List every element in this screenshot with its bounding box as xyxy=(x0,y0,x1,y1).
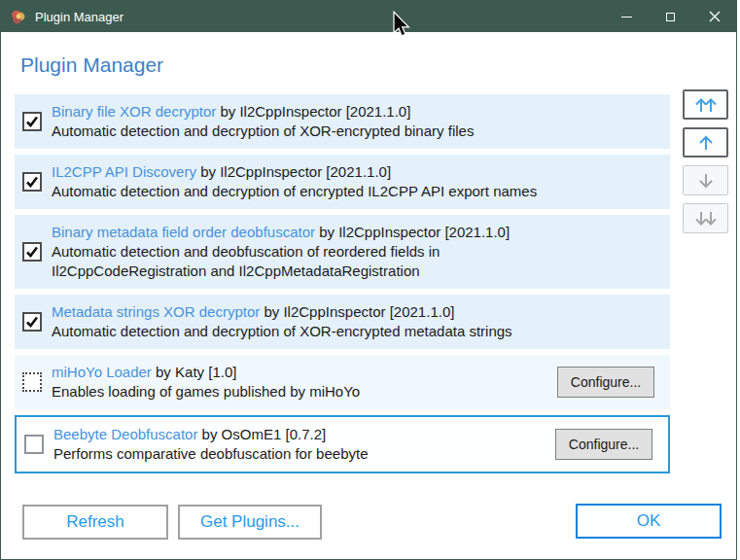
plugin-name-link[interactable]: Metadata strings XOR decryptor xyxy=(52,303,260,320)
plugin-byline: by OsOmE1 [0.7.2] xyxy=(202,426,327,442)
plugin-row[interactable]: IL2CPP API Discovery by Il2CppInspector … xyxy=(15,155,670,209)
plugin-list: Binary file XOR decryptor by Il2CppInspe… xyxy=(15,94,670,473)
close-icon xyxy=(709,11,721,22)
plugin-row[interactable]: Binary metadata field order deobfuscator… xyxy=(15,215,670,289)
app-icon xyxy=(10,9,26,25)
move-down-icon xyxy=(695,171,717,191)
configure-button[interactable]: Configure... xyxy=(555,429,652,460)
plugin-description: Automatic detection and decryption of en… xyxy=(52,182,537,201)
checkmark-icon xyxy=(25,315,39,329)
plugin-description: Performs comparative deobfuscation for b… xyxy=(53,444,369,464)
move-to-bottom-button[interactable] xyxy=(683,203,728,233)
plugin-enabled-checkbox[interactable] xyxy=(22,172,42,192)
plugin-row[interactable]: Beebyte Deobfuscator by OsOmE1 [0.7.2] P… xyxy=(15,415,670,473)
refresh-button[interactable]: Refresh xyxy=(22,505,168,540)
get-plugins-button[interactable]: Get Plugins... xyxy=(178,505,322,540)
window-title: Plugin Manager xyxy=(35,10,605,24)
plugin-byline: by Il2CppInspector [2021.1.0] xyxy=(264,303,454,320)
plugin-enabled-checkbox[interactable] xyxy=(24,435,44,454)
plugin-name-link[interactable]: miHoYo Loader xyxy=(52,364,152,380)
plugin-byline: by Katy [1.0] xyxy=(156,364,236,380)
maximize-button[interactable] xyxy=(649,1,692,32)
minimize-button[interactable] xyxy=(605,1,649,32)
plugin-name-link[interactable]: Binary metadata field order deobfuscator xyxy=(52,224,315,240)
maximize-icon xyxy=(666,13,675,21)
move-up-icon xyxy=(695,133,717,153)
plugin-description: Enables loading of games published by mi… xyxy=(52,382,360,402)
ok-button[interactable]: OK xyxy=(576,504,722,539)
titlebar: Plugin Manager xyxy=(1,1,736,32)
plugin-byline: by Il2CppInspector [2021.1.0] xyxy=(200,163,391,180)
page-title: Plugin Manager xyxy=(20,53,163,77)
move-down-button[interactable] xyxy=(683,165,728,195)
plugin-byline: by Il2CppInspector [2021.1.0] xyxy=(220,103,410,120)
plugin-row[interactable]: Binary file XOR decryptor by Il2CppInspe… xyxy=(15,94,670,149)
move-to-bottom-icon xyxy=(692,209,720,228)
plugin-description: Automatic detection and decryption of XO… xyxy=(52,122,474,141)
plugin-name-link[interactable]: Binary file XOR decryptor xyxy=(52,103,216,120)
checkmark-icon xyxy=(25,245,39,259)
plugin-description: Automatic detection and decryption of XO… xyxy=(52,322,512,341)
plugin-name-link[interactable]: IL2CPP API Discovery xyxy=(52,163,196,180)
plugin-enabled-checkbox[interactable] xyxy=(22,242,42,262)
close-button[interactable] xyxy=(692,1,736,32)
plugin-row[interactable]: miHoYo Loader by Katy [1.0] Enables load… xyxy=(15,355,670,409)
move-to-top-icon xyxy=(692,95,720,115)
plugin-enabled-checkbox[interactable] xyxy=(22,112,42,131)
plugin-byline: by Il2CppInspector [2021.1.0] xyxy=(319,224,510,240)
plugin-manager-window: Plugin Manager Plugin Manager xyxy=(0,0,737,560)
plugin-row[interactable]: Metadata strings XOR decryptor by Il2Cpp… xyxy=(15,295,670,349)
plugin-name-link[interactable]: Beebyte Deobfuscator xyxy=(53,426,197,442)
reorder-buttons xyxy=(683,89,728,233)
plugin-enabled-checkbox[interactable] xyxy=(22,372,42,392)
checkmark-icon xyxy=(25,175,39,189)
move-up-button[interactable] xyxy=(683,127,728,158)
move-to-top-button[interactable] xyxy=(683,89,728,120)
configure-button[interactable]: Configure... xyxy=(557,367,654,398)
plugin-enabled-checkbox[interactable] xyxy=(22,312,42,332)
minimize-icon xyxy=(621,17,632,18)
checkmark-icon xyxy=(25,115,39,128)
plugin-description: Automatic detection and deobfuscation of… xyxy=(52,242,510,281)
